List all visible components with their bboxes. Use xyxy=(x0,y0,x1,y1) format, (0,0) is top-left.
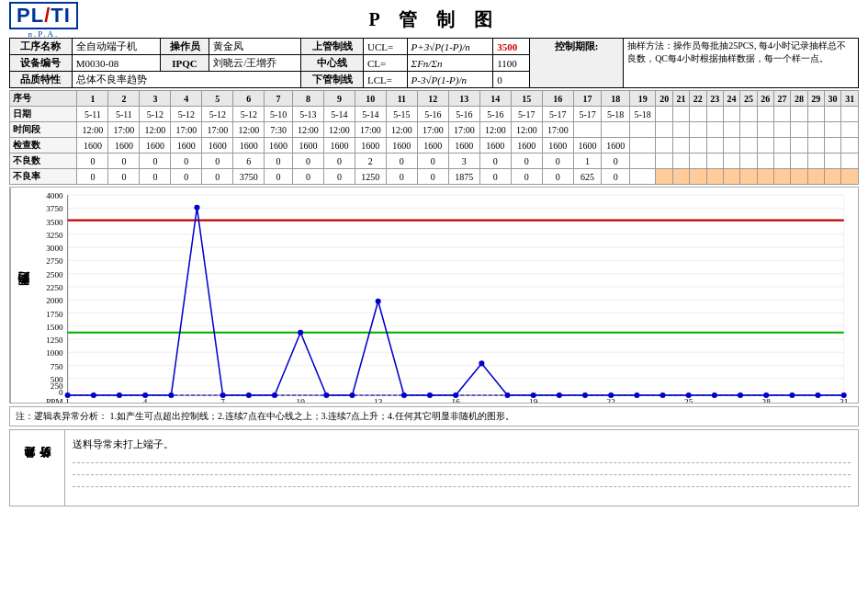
time-12: 17:00 xyxy=(417,122,448,138)
rate-1: 0 xyxy=(77,169,108,185)
analysis-content: 送料导常未打上端子。 xyxy=(65,430,858,506)
label-process: 工序名称 xyxy=(10,39,73,55)
inspect-26 xyxy=(757,138,773,154)
time-13: 17:00 xyxy=(448,122,479,138)
rate-17: 625 xyxy=(573,169,602,185)
logo-box: PL/TI xyxy=(9,2,78,29)
rate-30 xyxy=(824,169,840,185)
svg-point-50 xyxy=(323,392,329,398)
col-6: 6 xyxy=(233,91,265,107)
defect-1: 0 xyxy=(77,154,108,169)
time-25 xyxy=(740,122,757,138)
table-row-inspect: 检查数 1600 1600 1600 1600 1600 1600 1600 1… xyxy=(10,138,859,154)
date-14: 5-16 xyxy=(479,107,511,122)
col-1: 1 xyxy=(77,91,108,107)
date-3: 5-12 xyxy=(140,107,171,122)
defect-14: 0 xyxy=(479,154,511,169)
col-7: 7 xyxy=(265,91,293,107)
page-title: P 管 制 图 xyxy=(368,7,499,32)
svg-point-65 xyxy=(712,392,717,398)
date-2: 5-11 xyxy=(108,107,140,122)
time-26 xyxy=(757,122,773,138)
rate-31 xyxy=(841,169,859,185)
rate-13: 1875 xyxy=(448,169,479,185)
col-18: 18 xyxy=(602,91,630,107)
rate-16: 0 xyxy=(542,169,573,185)
inspect-3: 1600 xyxy=(140,138,171,154)
col-12: 12 xyxy=(417,91,448,107)
defect-21 xyxy=(672,154,689,169)
time-7: 7:30 xyxy=(265,122,293,138)
time-28 xyxy=(791,122,807,138)
svg-text:1750: 1750 xyxy=(46,310,63,319)
inspect-23 xyxy=(706,138,723,154)
rate-4: 0 xyxy=(171,169,202,185)
date-12: 5-16 xyxy=(417,107,448,122)
defect-7: 0 xyxy=(265,154,293,169)
date-1: 5-11 xyxy=(77,107,108,122)
date-4: 5-12 xyxy=(171,107,202,122)
defect-13: 3 xyxy=(448,154,479,169)
date-16: 5-17 xyxy=(542,107,573,122)
inspect-21 xyxy=(672,138,689,154)
inspect-22 xyxy=(690,138,706,154)
svg-text:1000: 1000 xyxy=(46,348,63,358)
col-17: 17 xyxy=(573,91,602,107)
defect-29 xyxy=(807,154,824,169)
cl-value: 1100 xyxy=(493,55,530,72)
defect-24 xyxy=(723,154,739,169)
rate-15: 0 xyxy=(511,169,542,185)
label-operator: 操作员 xyxy=(160,39,209,55)
svg-point-41 xyxy=(91,392,96,398)
col-28: 28 xyxy=(791,91,807,107)
time-8: 12:00 xyxy=(292,122,323,138)
dashed-line-1 xyxy=(73,462,851,463)
svg-point-53 xyxy=(401,392,407,398)
inspect-29 xyxy=(807,138,824,154)
svg-text:13: 13 xyxy=(374,397,383,403)
svg-text:2250: 2250 xyxy=(46,283,63,292)
svg-point-45 xyxy=(194,205,199,210)
svg-text:4: 4 xyxy=(143,397,148,403)
defect-31 xyxy=(841,154,859,169)
col-26: 26 xyxy=(757,91,773,107)
date-17: 5-17 xyxy=(573,107,602,122)
date-20 xyxy=(656,107,672,122)
svg-text:1500: 1500 xyxy=(46,323,63,332)
defect-22 xyxy=(690,154,706,169)
defect-30 xyxy=(824,154,840,169)
col-21: 21 xyxy=(672,91,689,107)
row-label-inspect: 检查数 xyxy=(10,138,77,154)
rate-21 xyxy=(672,169,689,185)
time-15: 12:00 xyxy=(511,122,542,138)
time-24 xyxy=(723,122,739,138)
date-18: 5-18 xyxy=(602,107,630,122)
row-label-defect-rate: 不良率 xyxy=(10,169,77,185)
time-6: 12:00 xyxy=(233,122,265,138)
date-30 xyxy=(824,107,840,122)
svg-point-52 xyxy=(376,299,381,304)
inspect-19 xyxy=(629,138,656,154)
svg-text:3000: 3000 xyxy=(46,244,63,253)
svg-text:3500: 3500 xyxy=(46,218,63,227)
rate-5: 0 xyxy=(202,169,233,185)
time-14: 12:00 xyxy=(479,122,511,138)
svg-point-54 xyxy=(427,392,433,398)
lcl-label: LCL= xyxy=(364,72,408,88)
col-14: 14 xyxy=(479,91,511,107)
note-section: 注：逻辑表异常分析： 1.如产生可点超出控制线；2.连续7点在中心线之上；3.连… xyxy=(9,406,859,426)
inspect-18: 1600 xyxy=(602,138,630,154)
defect-25 xyxy=(740,154,757,169)
inspect-20 xyxy=(656,138,672,154)
ucl-formula: P+3√P(1-P)/n xyxy=(407,39,493,55)
ucl-value: 3500 xyxy=(493,39,530,55)
rate-18: 0 xyxy=(602,169,630,185)
note-text: 1.如产生可点超出控制线；2.连续7点在中心线之上；3.连续7点上升；4.任何其… xyxy=(110,411,514,421)
dashed-line-2 xyxy=(73,474,851,475)
col-31: 31 xyxy=(841,91,859,107)
svg-text:3250: 3250 xyxy=(46,231,63,240)
col-2: 2 xyxy=(108,91,140,107)
inspect-15: 1600 xyxy=(511,138,542,154)
date-15: 5-17 xyxy=(511,107,542,122)
time-16: 17:00 xyxy=(542,122,573,138)
